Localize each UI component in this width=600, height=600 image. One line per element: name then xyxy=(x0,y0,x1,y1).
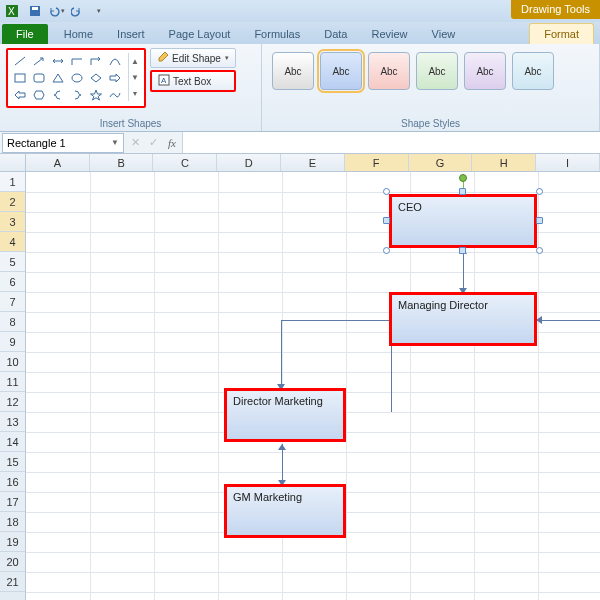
tab-home[interactable]: Home xyxy=(52,24,105,44)
gallery-scroll[interactable]: ▲ ▼ ▾ xyxy=(128,53,141,101)
tab-data[interactable]: Data xyxy=(312,24,359,44)
row-header[interactable]: 3 xyxy=(0,212,25,232)
row-header[interactable]: 8 xyxy=(0,312,25,332)
shape-elbow-icon[interactable] xyxy=(68,53,86,69)
row-header[interactable]: 1 xyxy=(0,172,25,192)
fx-button[interactable]: fx xyxy=(162,132,183,153)
gallery-up-icon[interactable]: ▲ xyxy=(129,53,141,69)
tab-page-layout[interactable]: Page Layout xyxy=(157,24,243,44)
select-all-corner[interactable] xyxy=(0,154,26,171)
cancel-icon[interactable]: ✕ xyxy=(126,136,144,149)
col-header[interactable]: H xyxy=(472,154,536,171)
row-header[interactable]: 6 xyxy=(0,272,25,292)
shape-styles-gallery[interactable]: Abc Abc Abc Abc Abc Abc xyxy=(268,48,593,94)
shape-oval-icon[interactable] xyxy=(68,70,86,86)
shape-director-marketing[interactable]: Director Marketing xyxy=(226,390,344,440)
gallery-more-icon[interactable]: ▾ xyxy=(129,85,141,101)
svg-line-4 xyxy=(15,57,25,65)
col-header[interactable]: G xyxy=(409,154,473,171)
row-header[interactable]: 16 xyxy=(0,472,25,492)
style-swatch-6[interactable]: Abc xyxy=(512,52,554,90)
shapes-gallery[interactable]: ▲ ▼ ▾ xyxy=(6,48,146,108)
shape-triangle-icon[interactable] xyxy=(49,70,67,86)
row-header[interactable]: 20 xyxy=(0,552,25,572)
row-header[interactable]: 10 xyxy=(0,352,25,372)
shape-hex-icon[interactable] xyxy=(30,87,48,103)
group-shape-styles: Abc Abc Abc Abc Abc Abc Shape Styles xyxy=(262,44,600,131)
text-box-button[interactable]: A Text Box xyxy=(150,70,236,92)
edit-shape-button[interactable]: Edit Shape▾ xyxy=(150,48,236,68)
shape-managing-director[interactable]: Managing Director xyxy=(391,294,535,344)
row-header[interactable]: 9 xyxy=(0,332,25,352)
row-header[interactable]: 13 xyxy=(0,412,25,432)
shape-roundrect-icon[interactable] xyxy=(30,70,48,86)
row-header[interactable]: 14 xyxy=(0,432,25,452)
row-header[interactable]: 2 xyxy=(0,192,25,212)
shape-elbow-arrow-icon[interactable] xyxy=(87,53,105,69)
tab-format[interactable]: Format xyxy=(529,23,594,44)
row-header[interactable]: 12 xyxy=(0,392,25,412)
enter-icon[interactable]: ✓ xyxy=(144,136,162,149)
gallery-down-icon[interactable]: ▼ xyxy=(129,69,141,85)
redo-button[interactable] xyxy=(68,2,86,20)
row-headers: 1 2 3 4 5 6 7 8 9 10 11 12 13 14 15 16 1… xyxy=(0,172,26,600)
style-swatch-5[interactable]: Abc xyxy=(464,52,506,90)
connector-md-dm-v2[interactable] xyxy=(281,320,282,388)
connector-dm-gm[interactable] xyxy=(282,444,283,484)
style-swatch-1[interactable]: Abc xyxy=(272,52,314,90)
row-header[interactable]: 17 xyxy=(0,492,25,512)
tab-review[interactable]: Review xyxy=(359,24,419,44)
row-header[interactable]: 15 xyxy=(0,452,25,472)
title-bar: X ▾ ▾ Drawing Tools xyxy=(0,0,600,22)
tab-file[interactable]: File xyxy=(2,24,48,44)
shape-arrow-icon[interactable] xyxy=(30,53,48,69)
row-header[interactable]: 19 xyxy=(0,532,25,552)
undo-button[interactable]: ▾ xyxy=(47,2,65,20)
col-header[interactable]: I xyxy=(536,154,600,171)
shape-double-arrow-icon[interactable] xyxy=(49,53,67,69)
tab-formulas[interactable]: Formulas xyxy=(242,24,312,44)
shape-rect-icon[interactable] xyxy=(11,70,29,86)
shape-lbrace-icon[interactable] xyxy=(49,87,67,103)
shape-rarrow-icon[interactable] xyxy=(106,70,124,86)
row-header[interactable]: 18 xyxy=(0,512,25,532)
name-box[interactable]: Rectangle 1 ▼ xyxy=(2,133,124,153)
formula-input[interactable] xyxy=(183,132,600,153)
shape-star-icon[interactable] xyxy=(87,87,105,103)
col-header[interactable]: E xyxy=(281,154,345,171)
style-swatch-4[interactable]: Abc xyxy=(416,52,458,90)
col-header[interactable]: F xyxy=(345,154,409,171)
rotate-handle-icon[interactable] xyxy=(459,174,467,182)
row-header[interactable]: 21 xyxy=(0,572,25,592)
tab-insert[interactable]: Insert xyxy=(105,24,157,44)
connector-md-right[interactable] xyxy=(536,320,600,321)
row-header[interactable]: 5 xyxy=(0,252,25,272)
qat-customize-button[interactable]: ▾ xyxy=(89,2,107,20)
row-header[interactable]: 4 xyxy=(0,232,25,252)
shape-line-icon[interactable] xyxy=(11,53,29,69)
style-swatch-2[interactable]: Abc xyxy=(320,52,362,90)
name-box-dropdown-icon[interactable]: ▼ xyxy=(111,138,119,147)
col-header[interactable]: D xyxy=(217,154,281,171)
edit-shape-icon xyxy=(157,51,169,65)
shape-larrow-icon[interactable] xyxy=(11,87,29,103)
style-swatch-3[interactable]: Abc xyxy=(368,52,410,90)
tab-view[interactable]: View xyxy=(420,24,468,44)
worksheet-grid[interactable]: A B C D E F G H I 1 2 3 4 5 6 7 8 9 10 1… xyxy=(0,154,600,600)
col-header[interactable]: A xyxy=(26,154,90,171)
shape-curve-icon[interactable] xyxy=(106,53,124,69)
shape-rbrace-icon[interactable] xyxy=(68,87,86,103)
col-header[interactable]: C xyxy=(153,154,217,171)
save-button[interactable] xyxy=(26,2,44,20)
shape-ceo[interactable]: CEO xyxy=(391,196,535,246)
row-header[interactable]: 11 xyxy=(0,372,25,392)
cells-area[interactable]: CEO Managing Director Director Marketing… xyxy=(26,172,600,600)
shape-gm-marketing[interactable]: GM Marketing xyxy=(226,486,344,536)
shape-freeform-icon[interactable] xyxy=(106,87,124,103)
name-box-value: Rectangle 1 xyxy=(7,137,66,149)
shape-md-text: Managing Director xyxy=(398,299,488,311)
row-header[interactable]: 7 xyxy=(0,292,25,312)
col-header[interactable]: B xyxy=(90,154,154,171)
connector-md-dm-h1[interactable] xyxy=(281,320,391,321)
shape-diamond-icon[interactable] xyxy=(87,70,105,86)
